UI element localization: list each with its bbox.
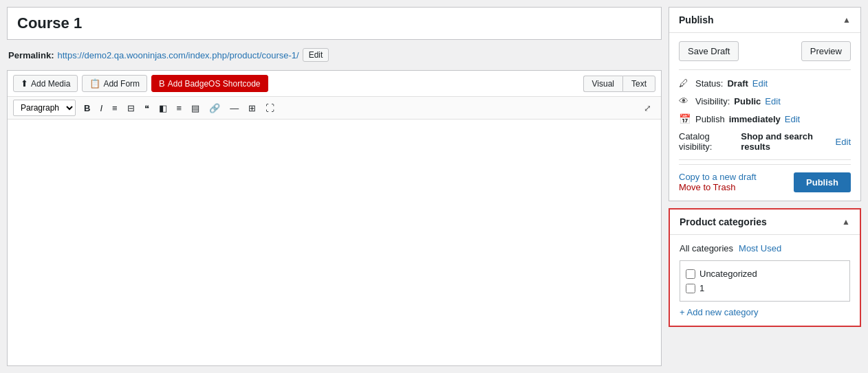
- status-row: 🖊 Status: Draft Edit: [679, 74, 851, 92]
- add-media-icon: ⬆: [21, 78, 28, 89]
- copy-draft-link[interactable]: Copy to a new draft: [679, 172, 757, 182]
- status-edit-link[interactable]: Edit: [752, 78, 768, 89]
- status-value: Draft: [727, 78, 748, 89]
- visibility-row: 👁 Visibility: Public Edit: [679, 92, 851, 110]
- add-badgeos-button[interactable]: B Add BadgeOS Shortcode: [151, 75, 268, 92]
- save-draft-button[interactable]: Save Draft: [679, 41, 739, 61]
- categories-panel-header: Product categories ▲: [670, 210, 860, 235]
- catalog-visibility-row: Catalog visibility: Shop and search resu…: [679, 128, 851, 155]
- category-checkbox-uncategorized[interactable]: [686, 269, 695, 279]
- categories-list: Uncategorized 1: [680, 260, 850, 302]
- post-title-input[interactable]: [7, 7, 662, 40]
- categories-tabs: All categories Most Used: [680, 243, 850, 253]
- align-right-button[interactable]: ▤: [187, 101, 204, 115]
- unordered-list-button[interactable]: ≡: [108, 101, 122, 115]
- visual-tab[interactable]: Visual: [583, 76, 622, 92]
- permalink-row: Permalink: https://demo2.qa.wooninjas.co…: [7, 45, 662, 65]
- publish-timing-edit-link[interactable]: Edit: [785, 114, 800, 124]
- paragraph-select[interactable]: Paragraph: [13, 100, 76, 116]
- publish-timing-label: Publish: [695, 114, 725, 124]
- publish-panel-header: Publish ▲: [669, 8, 860, 33]
- publish-panel-body: Save Draft Preview 🖊 Status: Draft Edit …: [669, 33, 860, 201]
- category-checkbox-1[interactable]: [686, 284, 695, 293]
- link-button[interactable]: 🔗: [205, 101, 224, 115]
- visibility-icon: 👁: [679, 95, 691, 106]
- format-toolbar: Paragraph B I ≡ ⊟ ❝ ◧ ≡ ▤ 🔗 — ⊞ ⛶ ⤢: [8, 97, 661, 120]
- align-left-button[interactable]: ◧: [155, 101, 171, 115]
- ordered-list-button[interactable]: ⊟: [123, 101, 139, 115]
- catalog-value: Shop and search results: [741, 131, 831, 152]
- publish-panel: Publish ▲ Save Draft Preview 🖊 Status: D…: [669, 7, 861, 201]
- sidebar: Publish ▲ Save Draft Preview 🖊 Status: D…: [669, 7, 861, 366]
- italic-button[interactable]: I: [96, 101, 107, 115]
- permalink-edit-button[interactable]: Edit: [303, 48, 329, 62]
- add-media-button[interactable]: ⬆ Add Media: [13, 75, 78, 92]
- catalog-edit-link[interactable]: Edit: [836, 137, 851, 147]
- permalink-url[interactable]: https://demo2.qa.wooninjas.com/index.php…: [57, 50, 299, 60]
- publish-panel-title: Publish: [679, 14, 714, 25]
- publish-footer: Copy to a new draft Move to Trash Publis…: [679, 164, 851, 192]
- product-categories-panel: Product categories ▲ All categories Most…: [669, 208, 861, 327]
- visibility-value: Public: [734, 96, 761, 106]
- badgeos-icon: B: [159, 78, 165, 89]
- fullscreen-button[interactable]: ⛶: [261, 101, 279, 115]
- permalink-label: Permalink:: [8, 50, 54, 60]
- category-item-uncategorized: Uncategorized: [686, 267, 844, 281]
- divider: [679, 69, 851, 70]
- editor-container: ⬆ Add Media 📋 Add Form B Add BadgeOS Sho…: [7, 70, 662, 366]
- calendar-icon: 📅: [679, 113, 691, 124]
- categories-panel-title: Product categories: [680, 216, 767, 227]
- main-area: Permalink: https://demo2.qa.wooninjas.co…: [7, 7, 662, 366]
- visibility-edit-link[interactable]: Edit: [765, 96, 780, 106]
- status-label: Status:: [695, 78, 723, 89]
- blockquote-button[interactable]: ❝: [140, 101, 153, 115]
- categories-panel-body: All categories Most Used Uncategorized 1…: [670, 235, 860, 326]
- category-label-1: 1: [699, 283, 704, 293]
- publish-actions: Save Draft Preview: [679, 41, 851, 61]
- add-form-button[interactable]: 📋 Add Form: [82, 75, 147, 92]
- categories-collapse-icon[interactable]: ▲: [842, 217, 850, 227]
- add-form-icon: 📋: [89, 78, 100, 89]
- visibility-label: Visibility:: [695, 96, 730, 106]
- all-categories-tab[interactable]: All categories: [680, 243, 733, 253]
- bold-button[interactable]: B: [80, 101, 94, 115]
- text-tab[interactable]: Text: [622, 76, 655, 92]
- divider2: [679, 159, 851, 160]
- publish-timing-value: immediately: [729, 114, 781, 124]
- align-center-button[interactable]: ≡: [173, 101, 186, 115]
- status-icon: 🖊: [679, 78, 691, 89]
- publish-footer-left: Copy to a new draft Move to Trash: [679, 172, 757, 192]
- most-used-tab[interactable]: Most Used: [739, 243, 781, 253]
- category-label-uncategorized: Uncategorized: [699, 269, 757, 279]
- expand-toolbar-button[interactable]: ⤢: [640, 101, 655, 115]
- table-button[interactable]: ⊞: [244, 101, 260, 115]
- catalog-label: Catalog visibility:: [679, 131, 737, 152]
- editor-top-toolbar: ⬆ Add Media 📋 Add Form B Add BadgeOS Sho…: [8, 71, 661, 97]
- preview-button[interactable]: Preview: [801, 41, 851, 61]
- visual-text-tab-group: Visual Text: [583, 76, 655, 92]
- move-trash-link[interactable]: Move to Trash: [679, 182, 735, 192]
- publish-timing-row: 📅 Publish immediately Edit: [679, 110, 851, 128]
- publish-button[interactable]: Publish: [794, 172, 851, 192]
- editor-body[interactable]: [8, 120, 661, 312]
- insert-more-button[interactable]: —: [226, 101, 243, 115]
- category-item-1: 1: [686, 281, 844, 295]
- add-new-category-link[interactable]: + Add new category: [680, 307, 759, 317]
- publish-collapse-icon[interactable]: ▲: [843, 15, 851, 25]
